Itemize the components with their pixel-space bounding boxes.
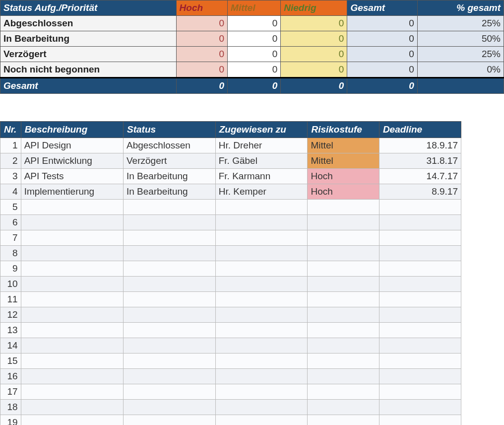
- task-cell-assigned[interactable]: Hr. Kemper: [215, 184, 308, 200]
- task-cell-deadline[interactable]: [379, 369, 461, 384]
- task-cell-assigned[interactable]: [215, 292, 308, 307]
- task-cell-nr[interactable]: 15: [0, 354, 21, 369]
- task-cell-status[interactable]: [124, 230, 216, 246]
- task-cell-assigned[interactable]: Fr. Gäbel: [215, 153, 308, 169]
- summary-cell-pct[interactable]: 25%: [417, 16, 504, 31]
- task-cell-risk[interactable]: Hoch: [308, 184, 379, 200]
- task-cell-desc[interactable]: [21, 200, 123, 215]
- task-cell-status[interactable]: [124, 200, 216, 215]
- task-cell-desc[interactable]: [21, 354, 123, 369]
- task-cell-nr[interactable]: 14: [0, 338, 21, 354]
- task-cell-deadline[interactable]: [379, 261, 461, 277]
- task-cell-nr[interactable]: 7: [0, 230, 21, 246]
- task-cell-nr[interactable]: 5: [0, 200, 21, 215]
- task-cell-assigned[interactable]: [215, 323, 308, 338]
- task-cell-desc[interactable]: [21, 415, 123, 425]
- task-cell-assigned[interactable]: [215, 200, 308, 215]
- task-cell-assigned[interactable]: [215, 261, 308, 277]
- summary-cell-niedrig[interactable]: 0: [281, 62, 347, 78]
- task-cell-risk[interactable]: [308, 307, 379, 323]
- task-cell-assigned[interactable]: [215, 307, 308, 323]
- task-cell-risk[interactable]: Mittel: [308, 153, 379, 169]
- task-cell-assigned[interactable]: [215, 369, 308, 384]
- task-cell-status[interactable]: [124, 292, 216, 307]
- task-cell-nr[interactable]: 12: [0, 307, 21, 323]
- task-cell-deadline[interactable]: [379, 400, 461, 415]
- task-cell-status[interactable]: [124, 400, 216, 415]
- task-cell-desc[interactable]: [21, 384, 123, 400]
- summary-cell-gesamt[interactable]: 0: [347, 62, 418, 78]
- task-cell-risk[interactable]: [308, 292, 379, 307]
- task-cell-deadline[interactable]: [379, 415, 461, 425]
- task-cell-assigned[interactable]: [215, 277, 308, 292]
- task-cell-risk[interactable]: [308, 415, 379, 425]
- task-cell-deadline[interactable]: [379, 384, 461, 400]
- task-cell-desc[interactable]: [21, 261, 123, 277]
- task-cell-nr[interactable]: 13: [0, 323, 21, 338]
- task-cell-desc[interactable]: [21, 338, 123, 354]
- summary-cell-pct[interactable]: 0%: [417, 62, 504, 78]
- task-cell-status[interactable]: Abgeschlossen: [124, 138, 216, 153]
- task-cell-deadline[interactable]: 14.7.17: [379, 169, 461, 184]
- task-cell-nr[interactable]: 10: [0, 277, 21, 292]
- task-cell-assigned[interactable]: Fr. Karmann: [215, 169, 308, 184]
- summary-row-label[interactable]: Noch nicht begonnen: [0, 62, 177, 78]
- task-cell-risk[interactable]: [308, 369, 379, 384]
- task-cell-risk[interactable]: [308, 230, 379, 246]
- task-cell-deadline[interactable]: [379, 230, 461, 246]
- task-cell-status[interactable]: [124, 307, 216, 323]
- task-cell-nr[interactable]: 8: [0, 246, 21, 261]
- summary-cell-mittel[interactable]: 0: [228, 16, 281, 31]
- task-cell-desc[interactable]: [21, 369, 123, 384]
- task-cell-nr[interactable]: 19: [0, 415, 21, 425]
- task-cell-nr[interactable]: 9: [0, 261, 21, 277]
- task-cell-nr[interactable]: 4: [0, 184, 21, 200]
- summary-cell-hoch[interactable]: 0: [176, 31, 228, 47]
- task-cell-deadline[interactable]: [379, 277, 461, 292]
- summary-cell-mittel[interactable]: 0: [228, 47, 281, 62]
- task-cell-risk[interactable]: [308, 277, 379, 292]
- task-cell-risk[interactable]: [308, 261, 379, 277]
- task-cell-nr[interactable]: 11: [0, 292, 21, 307]
- task-cell-assigned[interactable]: [215, 215, 308, 230]
- task-cell-desc[interactable]: [21, 215, 123, 230]
- summary-cell-hoch[interactable]: 0: [176, 16, 228, 31]
- task-cell-desc[interactable]: API Entwicklung: [21, 153, 123, 169]
- task-cell-deadline[interactable]: [379, 338, 461, 354]
- task-cell-deadline[interactable]: [379, 292, 461, 307]
- task-cell-status[interactable]: [124, 338, 216, 354]
- task-cell-assigned[interactable]: [215, 384, 308, 400]
- task-cell-status[interactable]: [124, 246, 216, 261]
- task-cell-risk[interactable]: Mittel: [308, 138, 379, 153]
- summary-cell-niedrig[interactable]: 0: [281, 31, 347, 47]
- task-cell-risk[interactable]: [308, 400, 379, 415]
- task-cell-nr[interactable]: 18: [0, 400, 21, 415]
- task-cell-deadline[interactable]: 8.9.17: [379, 184, 461, 200]
- summary-cell-hoch[interactable]: 0: [176, 62, 228, 78]
- task-cell-nr[interactable]: 2: [0, 153, 21, 169]
- summary-cell-pct[interactable]: 50%: [417, 31, 504, 47]
- task-cell-desc[interactable]: [21, 292, 123, 307]
- task-cell-nr[interactable]: 17: [0, 384, 21, 400]
- summary-row-label[interactable]: Verzögert: [0, 47, 177, 62]
- task-cell-desc[interactable]: [21, 277, 123, 292]
- summary-row-label[interactable]: Abgeschlossen: [0, 16, 177, 31]
- task-cell-risk[interactable]: [308, 384, 379, 400]
- task-cell-desc[interactable]: API Design: [21, 138, 123, 153]
- task-cell-deadline[interactable]: [379, 200, 461, 215]
- task-cell-nr[interactable]: 1: [0, 138, 21, 153]
- task-cell-deadline[interactable]: 18.9.17: [379, 138, 461, 153]
- task-cell-nr[interactable]: 3: [0, 169, 21, 184]
- task-cell-assigned[interactable]: [215, 338, 308, 354]
- summary-cell-gesamt[interactable]: 0: [347, 47, 418, 62]
- task-cell-deadline[interactable]: [379, 354, 461, 369]
- task-cell-risk[interactable]: [308, 215, 379, 230]
- task-cell-status[interactable]: [124, 323, 216, 338]
- task-cell-status[interactable]: [124, 384, 216, 400]
- task-cell-status[interactable]: [124, 215, 216, 230]
- task-cell-status[interactable]: In Bearbeitung: [124, 169, 216, 184]
- summary-cell-niedrig[interactable]: 0: [281, 47, 347, 62]
- summary-cell-mittel[interactable]: 0: [228, 62, 281, 78]
- task-cell-assigned[interactable]: [215, 400, 308, 415]
- task-cell-deadline[interactable]: 31.8.17: [379, 153, 461, 169]
